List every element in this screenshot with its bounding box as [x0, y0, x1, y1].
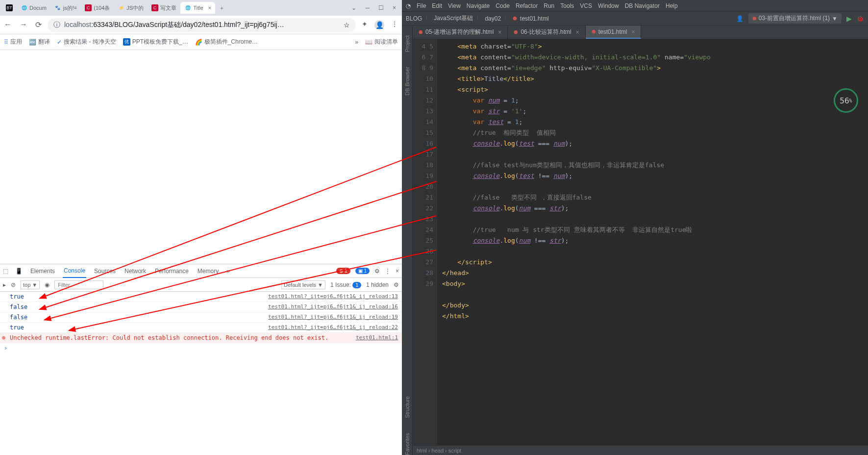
device-icon[interactable]: 📱 [15, 268, 23, 275]
tool-project[interactable]: Project [404, 35, 410, 52]
forward-icon[interactable]: → [20, 20, 27, 29]
close-devtools-icon[interactable]: × [396, 268, 399, 275]
run-icon[interactable]: ▶ [846, 15, 852, 23]
source-link[interactable]: test01.html?_ijt=pj6…f6jt1&_ij_reload:13 [268, 293, 398, 300]
menu-run[interactable]: Run [544, 2, 554, 9]
reading-list[interactable]: 📖 阅读清单 [365, 38, 398, 46]
tool-structure[interactable]: Structure [404, 396, 410, 418]
menu-navigate[interactable]: Navigate [467, 2, 490, 9]
menu-tools[interactable]: Tools [560, 2, 574, 9]
extensions-icon[interactable]: ✦ [362, 20, 368, 30]
reload-icon[interactable]: ⟳ [35, 20, 42, 29]
close-icon[interactable]: × [631, 28, 635, 35]
sidebar-toggle-icon[interactable]: ▸ [3, 281, 6, 288]
apps-icon[interactable]: ⠿ 应用 [4, 38, 22, 46]
bookmark-item[interactable]: 优 PPT模板免费下载_… [123, 38, 188, 46]
browser-tab-active[interactable]: 🌐Title× [180, 2, 215, 14]
gear-icon[interactable]: ⚙ [394, 281, 399, 288]
menu-view[interactable]: View [448, 2, 461, 9]
menu-dbnav[interactable]: DB Navigator [625, 2, 660, 9]
browser-tab[interactable]: 🐾js的!= [50, 2, 81, 14]
editor-tab-active[interactable]: ⬣test01.html× [586, 25, 642, 39]
bookmark-overflow-icon[interactable]: » [355, 39, 358, 46]
address-bar[interactable]: ⓘ localhost:63343/BLOG/JavaScript基础/day0… [48, 18, 356, 32]
code-editor[interactable]: 4 5 6 7 8 9 10 11 12 13 14 15 16 17 18 1… [413, 39, 868, 445]
filter-input[interactable] [54, 280, 103, 289]
info-icon[interactable]: ⓘ [53, 21, 60, 29]
breadcrumb[interactable]: day02 [485, 15, 501, 22]
close-icon[interactable]: × [498, 29, 501, 36]
maximize-icon[interactable]: ☐ [378, 4, 384, 11]
console-prompt[interactable]: › [0, 343, 402, 353]
log-row[interactable]: truetest01.html?_ijt=pj6…f6jt1&_ij_reloa… [0, 292, 402, 302]
menu-icon[interactable]: ⋮ [391, 20, 398, 30]
menu-code[interactable]: Code [496, 2, 510, 9]
menu-refactor[interactable]: Refactor [516, 2, 538, 9]
log-row[interactable]: falsetest01.html?_ijt=pj6…f6jt1&_ij_relo… [0, 312, 402, 323]
profile-icon[interactable]: 👤 [374, 20, 384, 30]
context-select[interactable]: top ▼ [21, 280, 40, 289]
browser-tab[interactable]: C写文章 [148, 2, 180, 14]
back-icon[interactable]: ← [4, 20, 12, 29]
gear-icon[interactable]: ⚙ [374, 268, 380, 275]
log-row[interactable]: truetest01.html?_ijt=pj6…f6jt1&_ij_reloa… [0, 323, 402, 333]
minimize-icon[interactable]: ─ [365, 4, 370, 11]
close-icon[interactable]: × [208, 5, 211, 11]
editor-tab[interactable]: ⬣05-递增运算符的理解.html× [413, 25, 508, 39]
browser-tab[interactable]: BT [2, 2, 17, 14]
html-file-icon: ⬣ [513, 16, 517, 21]
tab-memory[interactable]: Memory [197, 265, 220, 278]
tab-sources[interactable]: Sources [93, 265, 117, 278]
eye-icon[interactable]: ◉ [45, 281, 50, 288]
new-tab-button[interactable]: ＋ [215, 2, 228, 14]
star-icon[interactable]: ☆ [344, 21, 350, 29]
menu-file[interactable]: File [417, 2, 426, 9]
breadcrumb[interactable]: BLOG [406, 15, 422, 22]
browser-tab[interactable]: ⚡JS中的 [114, 2, 148, 14]
bookmark-item[interactable]: 🔤 翻译 [29, 38, 50, 46]
console-toolbar: ▸ ⊘ top ▼ ◉ Default levels ▼ 1 Issue: 1 … [0, 278, 402, 292]
close-icon[interactable]: × [576, 29, 579, 36]
editor-tab[interactable]: ⬣06-比较运算符.html× [508, 25, 585, 39]
tab-elements[interactable]: Elements [29, 265, 56, 278]
menu-vcs[interactable]: VCS [580, 2, 592, 9]
tabs-overflow-icon[interactable]: » [226, 268, 230, 275]
source-link[interactable]: test01.html?_ijt=pj6…f6jt1&_ij_reload:22 [268, 324, 398, 331]
tab-console[interactable]: Console [63, 264, 86, 278]
user-icon[interactable]: 👤 [736, 15, 744, 22]
clear-console-icon[interactable]: ⊘ [11, 281, 16, 288]
dock-menu-icon[interactable]: ⋮ [385, 268, 391, 275]
code-content: <meta charset="UTF-8"> <meta content="wi… [437, 39, 711, 445]
tab-search-icon[interactable]: ⌄ [351, 4, 356, 11]
levels-select[interactable]: Default levels ▼ [281, 280, 325, 289]
coverage-badge[interactable]: 56% [834, 88, 858, 113]
browser-tab[interactable]: 🌐Docum [17, 2, 50, 14]
browser-tab[interactable]: C(104条 [81, 2, 114, 14]
inspect-icon[interactable]: ⬚ [3, 268, 8, 275]
ide-window: ◔ File Edit View Navigate Code Refactor … [402, 0, 868, 455]
ide-menu-bar: ◔ File Edit View Navigate Code Refactor … [402, 0, 868, 12]
debug-icon[interactable]: 🐞 [857, 15, 864, 22]
menu-edit[interactable]: Edit [432, 2, 442, 9]
tool-favorites[interactable]: Favorites [404, 433, 410, 455]
bookmark-item[interactable]: 🌈 极简插件_Chrome… [195, 38, 258, 46]
log-row[interactable]: falsetest01.html?_ijt=pj6…f6jt1&_ij_relo… [0, 302, 402, 312]
error-badge[interactable]: ⊗ 1 [336, 268, 350, 274]
source-link[interactable]: test01.html:1 [356, 334, 398, 341]
close-window-icon[interactable]: × [393, 4, 396, 11]
tool-dbbrowser[interactable]: DB Browser [404, 67, 410, 96]
info-badge[interactable]: ▣ 1 [355, 268, 370, 274]
source-link[interactable]: test01.html?_ijt=pj6…f6jt1&_ij_reload:16 [268, 303, 398, 310]
bookmark-item[interactable]: ✓ 搜索结果 - 纯净天空 [57, 38, 116, 46]
tab-performance[interactable]: Performance [154, 265, 190, 278]
menu-help[interactable]: Help [666, 2, 678, 9]
browser-tab-strip: BT 🌐Docum 🐾js的!= C(104条 ⚡JS中的 C写文章 🌐Titl… [0, 0, 402, 16]
source-link[interactable]: test01.html?_ijt=pj6…f6jt1&_ij_reload:19 [268, 314, 398, 321]
run-config-select[interactable]: ⬣ 03-前置自增运算符.html (1) ▼ [748, 13, 842, 24]
breadcrumb[interactable]: test01.html [520, 15, 549, 22]
breadcrumb[interactable]: JavaScript基础 [434, 14, 473, 23]
tab-network[interactable]: Network [124, 265, 147, 278]
issues-link[interactable]: 1 Issue: 1 [330, 281, 361, 288]
log-error-row[interactable]: Unchecked runtime.lastError: Could not e… [0, 333, 402, 343]
menu-window[interactable]: Window [598, 2, 619, 9]
